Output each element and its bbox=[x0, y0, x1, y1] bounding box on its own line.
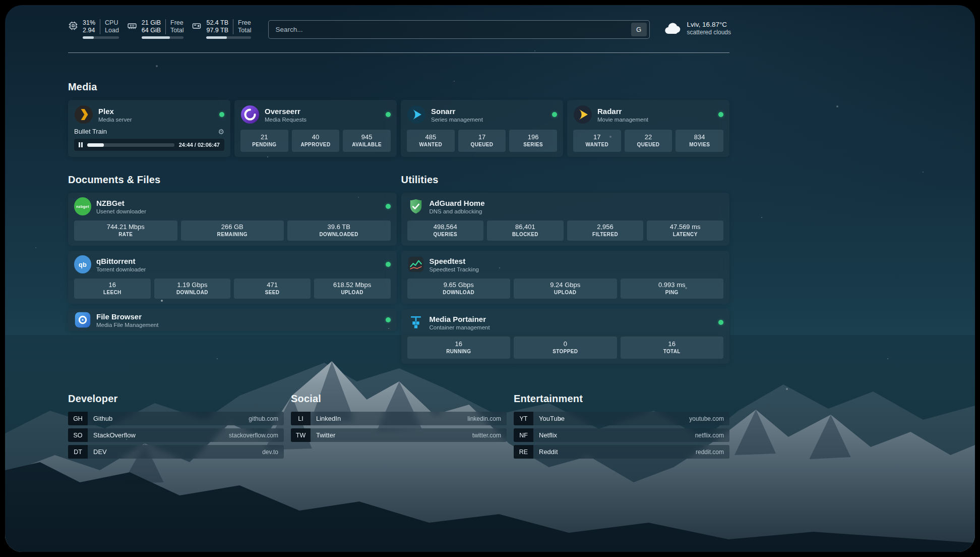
cpu-readout: 31% 2.94 CPU Load bbox=[83, 19, 119, 39]
app-name: File Browser bbox=[96, 312, 158, 321]
speedtest-card[interactable]: Speedtest Speedtest Tracking 9.65 Gbps D… bbox=[401, 251, 730, 304]
disk-labels: Free Total bbox=[233, 19, 251, 34]
bookmark-linkedin[interactable]: LI LinkedIn linkedin.com bbox=[291, 412, 507, 425]
plex-card[interactable]: Plex Media server Bullet Train ⚙ bbox=[68, 100, 230, 157]
adguard-card[interactable]: AdGuard Home DNS and adblocking 498,564 … bbox=[401, 193, 730, 246]
stat-upload: 9.24 Gbps UPLOAD bbox=[514, 278, 617, 299]
stat-upload: 618.52 Mbps UPLOAD bbox=[314, 278, 391, 299]
stat-value: 22 bbox=[626, 133, 671, 141]
stat-value: 86,401 bbox=[488, 223, 563, 231]
bookmark-name: Reddit bbox=[533, 448, 558, 456]
stat-available: 945 AVAILABLE bbox=[343, 130, 391, 152]
ram-icon bbox=[127, 21, 137, 31]
app-name: Radarr bbox=[597, 106, 648, 116]
sonarr-stats: 485 WANTED 17 QUEUED 196 SERIES bbox=[407, 130, 557, 152]
nzbget-card[interactable]: nzbget NZBGet Usenet downloader 744.21 M… bbox=[68, 193, 397, 246]
playback-progress-bar[interactable] bbox=[87, 143, 174, 147]
bookmark-stackoverflow[interactable]: SO StackOverflow stackoverflow.com bbox=[68, 428, 284, 442]
stat-value: 21 bbox=[241, 133, 287, 141]
stat-seed: 471 SEED bbox=[234, 278, 311, 299]
stat-value: 9.24 Gbps bbox=[515, 281, 616, 289]
stat-download: 1.19 Gbps DOWNLOAD bbox=[154, 278, 231, 299]
stat-wanted: 485 WANTED bbox=[407, 130, 455, 152]
stat-label: DOWNLOAD bbox=[408, 290, 510, 296]
ram-labels: Free Total bbox=[165, 19, 183, 34]
stat-label: LEECH bbox=[75, 290, 150, 296]
stat-value: 1.19 Gbps bbox=[155, 281, 230, 289]
stat-label: QUERIES bbox=[408, 232, 483, 238]
ram-progress-fill bbox=[142, 36, 170, 39]
stat-label: FILTERED bbox=[568, 232, 643, 238]
pause-button[interactable] bbox=[79, 142, 83, 147]
qbittorrent-titles: qBittorrent Torrent downloader bbox=[96, 256, 146, 273]
snow-specks bbox=[5, 5, 6, 6]
stat-value: 266 GB bbox=[182, 223, 283, 231]
filebrowser-card[interactable]: File Browser Media File Management bbox=[68, 309, 397, 331]
bookmark-youtube[interactable]: YT YouTube youtube.com bbox=[514, 412, 729, 425]
stat-value: 744.21 Mbps bbox=[75, 223, 176, 231]
weather-widget: Lviv, 16.87°C scattered clouds bbox=[664, 20, 731, 36]
sonarr-titles: Sonarr Series management bbox=[431, 106, 483, 123]
qbittorrent-icon-text: qb bbox=[74, 255, 91, 273]
portainer-card[interactable]: Media Portainer Container management 16 … bbox=[401, 309, 730, 364]
bookmark-url: netflix.com bbox=[695, 432, 729, 439]
app-name: AdGuard Home bbox=[430, 198, 485, 208]
bookmark-twitter[interactable]: TW Twitter twitter.com bbox=[291, 428, 507, 442]
bookmark-name: Netflix bbox=[533, 431, 557, 439]
github-abbr: GH bbox=[68, 412, 88, 425]
status-dot bbox=[718, 112, 723, 117]
sonarr-card[interactable]: Sonarr Series management 485 WANTED 17 Q… bbox=[401, 100, 563, 157]
disk-monitor: 52.4 TB 97.9 TB Free Total bbox=[192, 19, 251, 39]
twitter-abbr: TW bbox=[291, 428, 311, 442]
ram-free-value: 21 GiB bbox=[142, 19, 161, 27]
now-playing-title: Bullet Train bbox=[74, 128, 107, 135]
stat-value: 485 bbox=[408, 133, 454, 141]
weather-location: Lviv, 16.87°C bbox=[687, 20, 731, 29]
stat-ping: 0.993 ms PING bbox=[621, 278, 724, 299]
stat-value: 2,956 bbox=[568, 223, 643, 231]
speedtest-icon bbox=[407, 256, 424, 273]
ram-values: 21 GiB 64 GiB bbox=[142, 19, 165, 34]
search-input[interactable] bbox=[275, 26, 631, 33]
plex-titles: Plex Media server bbox=[98, 106, 132, 123]
disk-total-label: Total bbox=[238, 27, 251, 34]
stat-download: 9.65 Gbps DOWNLOAD bbox=[407, 278, 511, 299]
filebrowser-header: File Browser Media File Management bbox=[74, 311, 391, 328]
search-provider-button[interactable]: G bbox=[631, 23, 647, 36]
stat-wanted: 17 WANTED bbox=[573, 130, 621, 152]
cpu-load-value: 2.94 bbox=[83, 27, 95, 34]
media-section-title: Media bbox=[68, 81, 729, 93]
adguard-header: AdGuard Home DNS and adblocking bbox=[407, 198, 724, 215]
bookmark-url: reddit.com bbox=[696, 449, 729, 456]
app-name: Media Portainer bbox=[430, 314, 490, 324]
stat-value: 834 bbox=[677, 133, 722, 141]
overseerr-card[interactable]: Overseerr Media Requests 21 PENDING 40 A… bbox=[234, 100, 397, 157]
stat-label: RUNNING bbox=[408, 349, 510, 355]
cpu-monitor: 31% 2.94 CPU Load bbox=[68, 19, 119, 39]
bookmark-netflix[interactable]: NF Netflix netflix.com bbox=[514, 428, 729, 442]
bookmark-github[interactable]: GH Github github.com bbox=[68, 412, 284, 425]
window-frame: 31% 2.94 CPU Load bbox=[0, 0, 980, 557]
dashboard-screen: 31% 2.94 CPU Load bbox=[5, 5, 975, 552]
playback-time: 24:44 / 02:06:47 bbox=[179, 142, 220, 148]
bookmark-dev[interactable]: DT DEV dev.to bbox=[68, 445, 284, 459]
radarr-stats: 17 WANTED 22 QUEUED 834 MOVIES bbox=[573, 130, 723, 152]
bookmark-name: Github bbox=[88, 415, 112, 422]
gear-icon[interactable]: ⚙ bbox=[218, 128, 224, 135]
utilities-column: Utilities AdGuard Home DNS and adblockin… bbox=[401, 174, 730, 369]
qbittorrent-icon: qb bbox=[74, 256, 91, 273]
youtube-abbr: YT bbox=[514, 412, 533, 425]
stat-value: 16 bbox=[622, 340, 723, 348]
entertainment-section-title: Entertainment bbox=[514, 393, 729, 405]
stat-label: WANTED bbox=[408, 142, 454, 148]
bookmark-reddit[interactable]: RE Reddit reddit.com bbox=[514, 445, 729, 459]
stat-rate: 744.21 Mbps RATE bbox=[74, 220, 177, 241]
filebrowser-titles: File Browser Media File Management bbox=[96, 312, 158, 328]
stat-label: STOPPED bbox=[515, 349, 616, 355]
disk-icon bbox=[192, 21, 202, 31]
qbittorrent-stats: 16 LEECH 1.19 Gbps DOWNLOAD 471 SEED 6 bbox=[74, 278, 391, 299]
entertainment-column: Entertainment YT YouTube youtube.com NF … bbox=[514, 393, 729, 462]
qbittorrent-card[interactable]: qb qBittorrent Torrent downloader 16 LEE… bbox=[68, 251, 397, 304]
radarr-card[interactable]: Radarr Movie management 17 WANTED 22 QUE… bbox=[567, 100, 729, 157]
bookmark-url: twitter.com bbox=[472, 432, 507, 439]
